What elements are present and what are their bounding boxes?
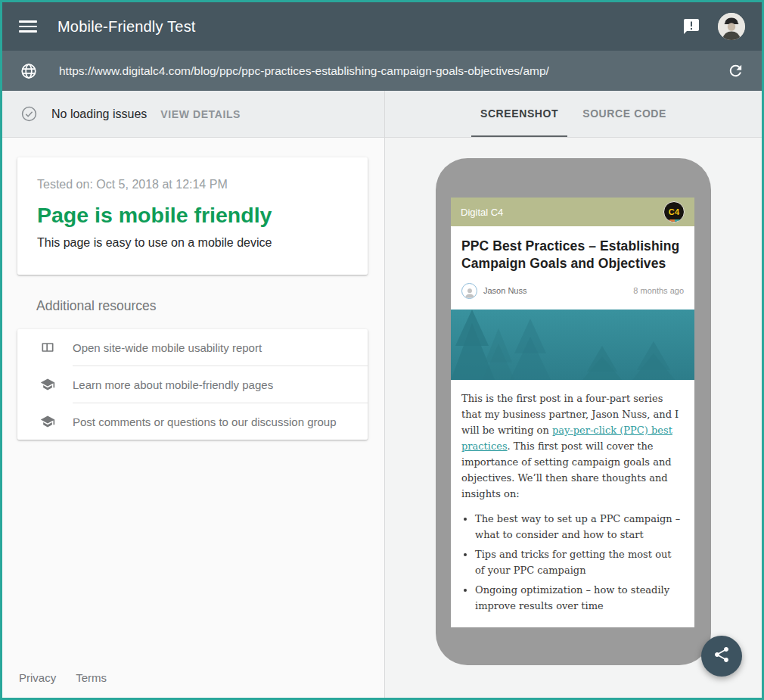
resource-label: Open site-wide mobile usability report [73, 341, 262, 354]
author-name: Jason Nuss [483, 286, 526, 295]
post-age: 8 months ago [633, 286, 684, 295]
verdict-text: Page is mobile friendly [37, 203, 348, 228]
results-panel: No loading issues VIEW DETAILS Tested on… [2, 91, 385, 698]
phone-screenshot: Digital C4 C4 PPC Best Practices – Estab… [451, 198, 694, 627]
app-title: Mobile-Friendly Test [57, 18, 196, 36]
globe-icon [19, 61, 39, 81]
tested-on-text: Tested on: Oct 5, 2018 at 12:14 PM [37, 178, 348, 191]
tab-source-code[interactable]: SOURCE CODE [573, 91, 675, 137]
tab-screenshot[interactable]: SCREENSHOT [471, 91, 567, 137]
menu-icon[interactable] [19, 17, 37, 36]
app-bar: Mobile-Friendly Test [2, 2, 762, 51]
site-title: Digital C4 [461, 207, 503, 218]
terms-link[interactable]: Terms [76, 671, 107, 684]
refresh-icon[interactable] [725, 61, 745, 81]
resource-label: Post comments or questions to our discus… [73, 415, 337, 428]
author-avatar [461, 283, 477, 299]
hero-forest-image [451, 310, 694, 380]
article-body: This is the first post in a four-part se… [451, 380, 694, 614]
resource-learn-more[interactable]: Learn more about mobile-friendly pages [17, 366, 368, 403]
resource-label: Learn more about mobile-friendly pages [73, 378, 273, 391]
footer: Privacy Terms [2, 659, 107, 698]
share-button[interactable] [701, 636, 742, 677]
app-bar-actions [682, 13, 745, 40]
site-header: Digital C4 C4 [451, 198, 694, 226]
check-circle-icon [20, 105, 38, 123]
resource-usability-report[interactable]: Open site-wide mobile usability report [17, 329, 368, 366]
bullet-item: Ongoing optimization – how to steadily i… [475, 582, 684, 614]
logo-accent [669, 219, 680, 222]
school-icon [40, 377, 55, 392]
mobile-friendly-test-app: Mobile-Friendly Test https [0, 0, 764, 700]
share-icon [713, 646, 731, 667]
preview-tabs: SCREENSHOT SOURCE CODE [385, 91, 762, 138]
url-bar: https://www.digitalc4.com/blog/ppc/ppc-p… [2, 51, 762, 91]
loading-status-text: No loading issues [51, 107, 147, 121]
user-avatar[interactable] [718, 13, 745, 40]
verdict-description: This page is easy to use on a mobile dev… [37, 236, 348, 250]
bullet-item: The best way to set up a PPC campaign – … [475, 511, 684, 543]
resource-discussion-group[interactable]: Post comments or questions to our discus… [17, 403, 368, 440]
school-icon [40, 414, 55, 429]
site-logo: C4 [663, 201, 685, 222]
author-row: Jason Nuss 8 months ago [461, 283, 684, 299]
resources-heading: Additional resources [36, 298, 384, 314]
view-details-link[interactable]: VIEW DETAILS [160, 108, 241, 120]
site-logo-text: C4 [669, 207, 680, 216]
bullet-item: Tips and tricks for getting the most out… [475, 546, 684, 578]
feedback-icon[interactable] [682, 17, 701, 36]
result-card: Tested on: Oct 5, 2018 at 12:14 PM Page … [17, 157, 368, 275]
url-input[interactable]: https://www.digitalc4.com/blog/ppc/ppc-p… [59, 64, 549, 78]
usability-report-icon [40, 340, 55, 355]
resources-card: Open site-wide mobile usability report L… [17, 329, 368, 440]
phone-mockup: Digital C4 C4 PPC Best Practices – Estab… [436, 158, 711, 665]
preview-panel: SCREENSHOT SOURCE CODE Digital C4 C4 PPC… [385, 91, 762, 698]
main-content: No loading issues VIEW DETAILS Tested on… [2, 91, 762, 698]
article-header: PPC Best Practices – Establishing Campai… [451, 226, 694, 299]
loading-status-bar: No loading issues VIEW DETAILS [2, 91, 384, 138]
privacy-link[interactable]: Privacy [19, 671, 56, 684]
article-title: PPC Best Practices – Establishing Campai… [461, 238, 684, 273]
article-bullet-list: The best way to set up a PPC campaign – … [461, 511, 684, 614]
